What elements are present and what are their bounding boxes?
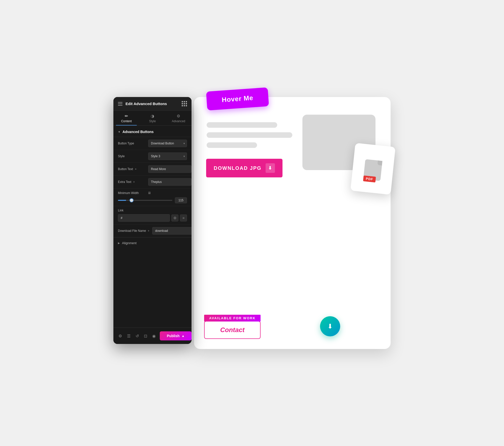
style-row: Style Style 1 Style 2 Style 3 Style 4 xyxy=(113,150,192,163)
layers-bottom-icon[interactable]: ☰ xyxy=(126,333,132,339)
advanced-tab-icon: ⚙ xyxy=(177,114,180,118)
download-icon-box: ⬇ xyxy=(266,163,275,173)
extra-text-row: Extra Text ✦ ≡ xyxy=(113,176,192,188)
style-label: Style xyxy=(118,154,146,158)
link-menu-icon[interactable]: ≡ xyxy=(180,214,187,221)
hover-me-label: Hover Me xyxy=(222,94,254,104)
pdf-card: PDF xyxy=(351,143,396,195)
style-select-wrapper[interactable]: Style 1 Style 2 Style 3 Style 4 xyxy=(148,152,187,160)
publish-label: Publish xyxy=(167,334,180,338)
placeholder-bars xyxy=(207,122,292,148)
minimum-width-row: Minimum Width 🖥 xyxy=(113,188,192,206)
settings-bottom-icon[interactable]: ⚙ xyxy=(117,333,123,339)
pdf-badge: PDF xyxy=(363,175,376,182)
sidebar-title: Edit Advanced Buttons xyxy=(125,102,167,106)
contact-section: AVAILABLE FOR WORK Contact xyxy=(204,315,261,339)
monitor-icon: 🖥 xyxy=(148,191,151,195)
extra-text-input[interactable] xyxy=(148,178,192,186)
tab-style[interactable]: ◑ Style xyxy=(139,111,165,125)
advanced-buttons-section-header[interactable]: ▼ Advanced Buttons xyxy=(113,126,192,137)
download-file-name-row: Download File Name ✦ ≡ xyxy=(113,225,192,237)
responsive-bottom-icon[interactable]: ⊡ xyxy=(143,333,148,339)
link-input-row: ⚙ ≡ xyxy=(118,214,187,222)
tab-advanced-label: Advanced xyxy=(172,119,185,123)
tab-content-label: Content xyxy=(121,119,132,123)
publish-chevron-icon: ▲ xyxy=(182,334,185,338)
download-file-name-input[interactable] xyxy=(152,227,192,235)
style-tab-icon: ◑ xyxy=(151,114,154,118)
slider-label-row: Minimum Width 🖥 xyxy=(118,191,187,195)
link-label: Link xyxy=(118,209,187,212)
section-collapse-icon: ▼ xyxy=(118,131,120,133)
alignment-expand-icon: ▶ xyxy=(118,242,120,244)
sidebar-content: ▼ Advanced Buttons Button Type Download … xyxy=(113,126,192,328)
style-select[interactable]: Style 1 Style 2 Style 3 Style 4 xyxy=(148,152,187,160)
hover-me-button[interactable]: Hover Me xyxy=(206,87,269,111)
advanced-buttons-label: Advanced Buttons xyxy=(122,130,154,134)
link-input[interactable] xyxy=(118,214,170,222)
preview-area: Hover Me DOWNLOAD JPG ⬇ PDF AVAILABLE FO… xyxy=(194,97,391,349)
placeholder-bar-2 xyxy=(207,132,292,138)
download-file-name-dynamic-icon: ✦ xyxy=(147,229,150,233)
publish-button[interactable]: Publish ▲ xyxy=(160,331,192,340)
download-jpg-button[interactable]: DOWNLOAD JPG ⬇ xyxy=(206,159,282,177)
content-tab-icon: ✏ xyxy=(125,114,128,118)
download-circle-arrow-icon: ⬇ xyxy=(327,323,333,330)
button-text-dynamic-icon: ✦ xyxy=(135,168,137,171)
extra-text-dynamic-icon: ✦ xyxy=(133,180,135,184)
minimum-width-slider[interactable] xyxy=(118,200,172,201)
download-circle-button[interactable]: ⬇ xyxy=(320,316,340,336)
sidebar-header-left: Edit Advanced Buttons xyxy=(118,102,167,106)
eye-bottom-icon[interactable]: ◉ xyxy=(151,333,157,339)
tab-content[interactable]: ✏ Content xyxy=(113,111,139,125)
contact-label: Contact xyxy=(220,326,245,334)
available-badge: AVAILABLE FOR WORK xyxy=(204,315,261,322)
minimum-width-label: Minimum Width xyxy=(118,191,146,195)
button-type-label: Button Type xyxy=(118,142,146,145)
extra-text-label: Extra Text ✦ xyxy=(118,180,146,184)
slider-control-row xyxy=(118,197,187,203)
history-bottom-icon[interactable]: ↺ xyxy=(135,333,140,339)
sidebar-tabs: ✏ Content ◑ Style ⚙ Advanced xyxy=(113,111,192,126)
link-settings-icon[interactable]: ⚙ xyxy=(171,214,178,221)
hamburger-icon[interactable] xyxy=(118,102,122,106)
sidebar-bottom-bar: ⚙ ☰ ↺ ⊡ ◉ Publish ▲ xyxy=(113,328,192,344)
placeholder-bar-1 xyxy=(207,122,277,128)
button-type-select-wrapper[interactable]: Download Button Regular Button Read More… xyxy=(148,140,187,147)
placeholder-bar-3 xyxy=(207,142,257,148)
pdf-icon: PDF xyxy=(362,156,384,181)
sidebar-panel: Edit Advanced Buttons ✏ Content ◑ Style … xyxy=(113,97,192,344)
alignment-section-header[interactable]: ▶ Alignment xyxy=(113,237,192,248)
sidebar-header: Edit Advanced Buttons xyxy=(113,97,192,111)
contact-card[interactable]: Contact xyxy=(204,321,261,339)
button-type-row: Button Type Download Button Regular Butt… xyxy=(113,137,192,150)
alignment-label: Alignment xyxy=(122,241,137,245)
button-text-input[interactable] xyxy=(148,165,192,173)
button-type-select[interactable]: Download Button Regular Button Read More… xyxy=(148,140,187,147)
tab-style-label: Style xyxy=(149,119,156,123)
pdf-page: PDF xyxy=(363,159,382,181)
download-file-name-label: Download File Name ✦ xyxy=(118,229,150,233)
download-jpg-label: DOWNLOAD JPG xyxy=(214,165,262,171)
link-row: Link ⚙ ≡ xyxy=(113,206,192,225)
grid-icon[interactable] xyxy=(182,101,187,106)
tab-advanced[interactable]: ⚙ Advanced xyxy=(166,111,192,125)
button-text-label: Button Text ✦ xyxy=(118,167,146,171)
minimum-width-value[interactable] xyxy=(175,197,187,203)
button-text-row: Button Text ✦ ≡ xyxy=(113,163,192,176)
